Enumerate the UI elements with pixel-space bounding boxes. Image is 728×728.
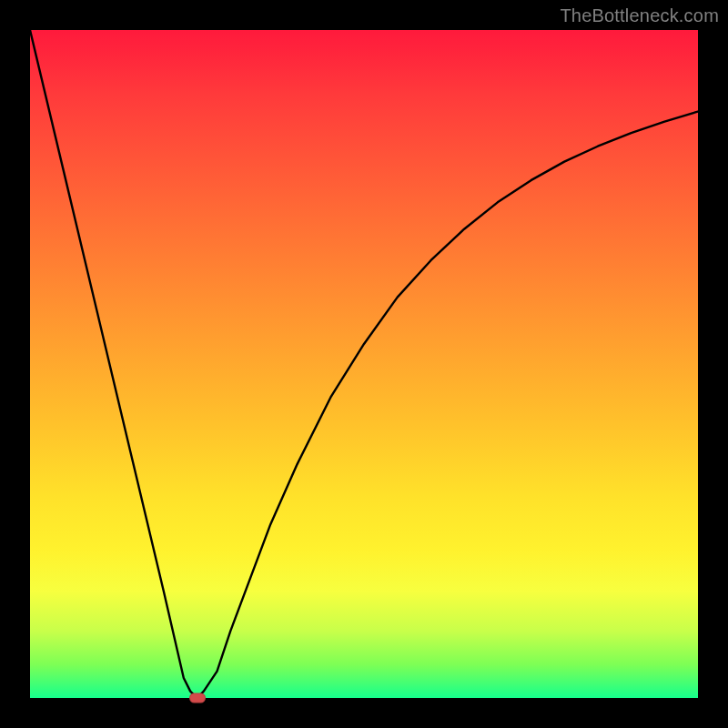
bottleneck-curve	[30, 30, 698, 698]
attribution-text: TheBottleneck.com	[560, 5, 719, 26]
optimal-marker	[189, 693, 206, 703]
chart-frame: TheBottleneck.com	[0, 0, 728, 728]
plot-area	[30, 30, 698, 698]
